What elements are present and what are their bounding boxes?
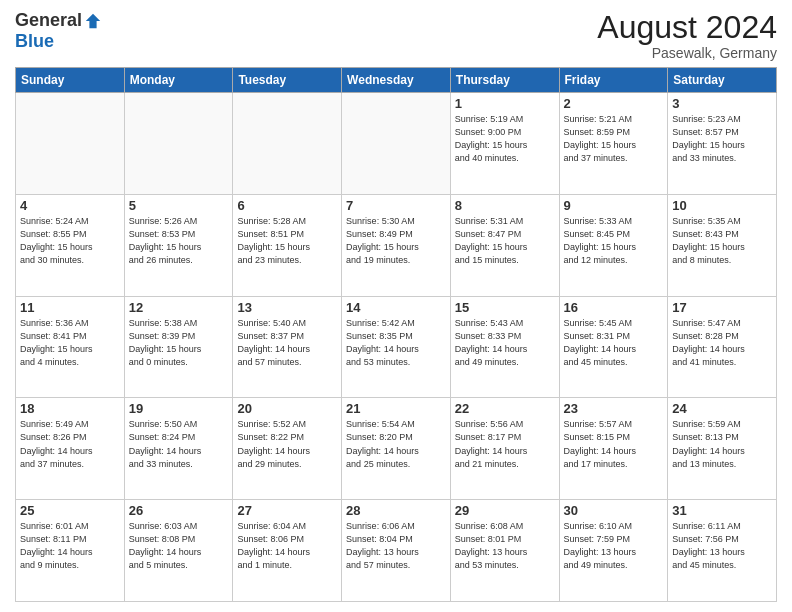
calendar-cell: 19Sunrise: 5:50 AM Sunset: 8:24 PM Dayli… (124, 398, 233, 500)
calendar-cell: 15Sunrise: 5:43 AM Sunset: 8:33 PM Dayli… (450, 296, 559, 398)
day-info: Sunrise: 5:28 AM Sunset: 8:51 PM Dayligh… (237, 215, 337, 267)
calendar-cell: 31Sunrise: 6:11 AM Sunset: 7:56 PM Dayli… (668, 500, 777, 602)
day-info: Sunrise: 5:33 AM Sunset: 8:45 PM Dayligh… (564, 215, 664, 267)
day-info: Sunrise: 6:04 AM Sunset: 8:06 PM Dayligh… (237, 520, 337, 572)
calendar-table: SundayMondayTuesdayWednesdayThursdayFrid… (15, 67, 777, 602)
day-info: Sunrise: 5:30 AM Sunset: 8:49 PM Dayligh… (346, 215, 446, 267)
calendar-cell: 25Sunrise: 6:01 AM Sunset: 8:11 PM Dayli… (16, 500, 125, 602)
day-number: 10 (672, 198, 772, 213)
calendar-cell: 8Sunrise: 5:31 AM Sunset: 8:47 PM Daylig… (450, 194, 559, 296)
day-info: Sunrise: 6:06 AM Sunset: 8:04 PM Dayligh… (346, 520, 446, 572)
calendar-cell: 21Sunrise: 5:54 AM Sunset: 8:20 PM Dayli… (342, 398, 451, 500)
day-number: 31 (672, 503, 772, 518)
day-info: Sunrise: 5:31 AM Sunset: 8:47 PM Dayligh… (455, 215, 555, 267)
logo-general-text: General (15, 10, 82, 31)
calendar-cell (342, 93, 451, 195)
day-number: 13 (237, 300, 337, 315)
subtitle: Pasewalk, Germany (597, 45, 777, 61)
calendar-cell: 27Sunrise: 6:04 AM Sunset: 8:06 PM Dayli… (233, 500, 342, 602)
day-info: Sunrise: 5:40 AM Sunset: 8:37 PM Dayligh… (237, 317, 337, 369)
weekday-wednesday: Wednesday (342, 68, 451, 93)
week-row-4: 18Sunrise: 5:49 AM Sunset: 8:26 PM Dayli… (16, 398, 777, 500)
day-number: 4 (20, 198, 120, 213)
day-info: Sunrise: 5:49 AM Sunset: 8:26 PM Dayligh… (20, 418, 120, 470)
day-info: Sunrise: 6:03 AM Sunset: 8:08 PM Dayligh… (129, 520, 229, 572)
header: General Blue August 2024 Pasewalk, Germa… (15, 10, 777, 61)
calendar-cell: 29Sunrise: 6:08 AM Sunset: 8:01 PM Dayli… (450, 500, 559, 602)
day-number: 20 (237, 401, 337, 416)
day-number: 6 (237, 198, 337, 213)
day-number: 22 (455, 401, 555, 416)
day-number: 9 (564, 198, 664, 213)
day-info: Sunrise: 5:54 AM Sunset: 8:20 PM Dayligh… (346, 418, 446, 470)
day-info: Sunrise: 5:50 AM Sunset: 8:24 PM Dayligh… (129, 418, 229, 470)
calendar-cell: 22Sunrise: 5:56 AM Sunset: 8:17 PM Dayli… (450, 398, 559, 500)
calendar-cell: 30Sunrise: 6:10 AM Sunset: 7:59 PM Dayli… (559, 500, 668, 602)
week-row-3: 11Sunrise: 5:36 AM Sunset: 8:41 PM Dayli… (16, 296, 777, 398)
calendar-cell: 1Sunrise: 5:19 AM Sunset: 9:00 PM Daylig… (450, 93, 559, 195)
day-info: Sunrise: 5:26 AM Sunset: 8:53 PM Dayligh… (129, 215, 229, 267)
calendar-cell: 7Sunrise: 5:30 AM Sunset: 8:49 PM Daylig… (342, 194, 451, 296)
logo-blue-text: Blue (15, 31, 54, 52)
day-number: 30 (564, 503, 664, 518)
week-row-2: 4Sunrise: 5:24 AM Sunset: 8:55 PM Daylig… (16, 194, 777, 296)
day-number: 2 (564, 96, 664, 111)
day-info: Sunrise: 5:43 AM Sunset: 8:33 PM Dayligh… (455, 317, 555, 369)
day-info: Sunrise: 5:45 AM Sunset: 8:31 PM Dayligh… (564, 317, 664, 369)
calendar-cell: 23Sunrise: 5:57 AM Sunset: 8:15 PM Dayli… (559, 398, 668, 500)
calendar-cell: 13Sunrise: 5:40 AM Sunset: 8:37 PM Dayli… (233, 296, 342, 398)
day-info: Sunrise: 5:19 AM Sunset: 9:00 PM Dayligh… (455, 113, 555, 165)
day-number: 21 (346, 401, 446, 416)
day-number: 16 (564, 300, 664, 315)
weekday-sunday: Sunday (16, 68, 125, 93)
day-number: 1 (455, 96, 555, 111)
day-info: Sunrise: 5:21 AM Sunset: 8:59 PM Dayligh… (564, 113, 664, 165)
calendar-cell: 2Sunrise: 5:21 AM Sunset: 8:59 PM Daylig… (559, 93, 668, 195)
day-number: 8 (455, 198, 555, 213)
day-number: 7 (346, 198, 446, 213)
svg-marker-0 (86, 13, 100, 27)
calendar-cell (16, 93, 125, 195)
day-info: Sunrise: 6:10 AM Sunset: 7:59 PM Dayligh… (564, 520, 664, 572)
page: General Blue August 2024 Pasewalk, Germa… (0, 0, 792, 612)
day-info: Sunrise: 5:24 AM Sunset: 8:55 PM Dayligh… (20, 215, 120, 267)
weekday-thursday: Thursday (450, 68, 559, 93)
weekday-saturday: Saturday (668, 68, 777, 93)
day-info: Sunrise: 6:01 AM Sunset: 8:11 PM Dayligh… (20, 520, 120, 572)
day-number: 26 (129, 503, 229, 518)
day-number: 27 (237, 503, 337, 518)
day-number: 23 (564, 401, 664, 416)
calendar-cell (233, 93, 342, 195)
calendar-cell: 26Sunrise: 6:03 AM Sunset: 8:08 PM Dayli… (124, 500, 233, 602)
week-row-1: 1Sunrise: 5:19 AM Sunset: 9:00 PM Daylig… (16, 93, 777, 195)
day-info: Sunrise: 5:42 AM Sunset: 8:35 PM Dayligh… (346, 317, 446, 369)
day-info: Sunrise: 5:35 AM Sunset: 8:43 PM Dayligh… (672, 215, 772, 267)
day-number: 15 (455, 300, 555, 315)
title-block: August 2024 Pasewalk, Germany (597, 10, 777, 61)
calendar-cell: 9Sunrise: 5:33 AM Sunset: 8:45 PM Daylig… (559, 194, 668, 296)
weekday-tuesday: Tuesday (233, 68, 342, 93)
day-number: 17 (672, 300, 772, 315)
day-number: 3 (672, 96, 772, 111)
day-info: Sunrise: 5:47 AM Sunset: 8:28 PM Dayligh… (672, 317, 772, 369)
day-info: Sunrise: 5:56 AM Sunset: 8:17 PM Dayligh… (455, 418, 555, 470)
day-info: Sunrise: 5:38 AM Sunset: 8:39 PM Dayligh… (129, 317, 229, 369)
calendar-cell: 24Sunrise: 5:59 AM Sunset: 8:13 PM Dayli… (668, 398, 777, 500)
calendar-cell: 18Sunrise: 5:49 AM Sunset: 8:26 PM Dayli… (16, 398, 125, 500)
calendar-cell: 16Sunrise: 5:45 AM Sunset: 8:31 PM Dayli… (559, 296, 668, 398)
weekday-friday: Friday (559, 68, 668, 93)
calendar-cell: 11Sunrise: 5:36 AM Sunset: 8:41 PM Dayli… (16, 296, 125, 398)
day-number: 5 (129, 198, 229, 213)
week-row-5: 25Sunrise: 6:01 AM Sunset: 8:11 PM Dayli… (16, 500, 777, 602)
day-info: Sunrise: 5:52 AM Sunset: 8:22 PM Dayligh… (237, 418, 337, 470)
main-title: August 2024 (597, 10, 777, 45)
weekday-monday: Monday (124, 68, 233, 93)
day-number: 18 (20, 401, 120, 416)
day-number: 29 (455, 503, 555, 518)
day-info: Sunrise: 6:08 AM Sunset: 8:01 PM Dayligh… (455, 520, 555, 572)
calendar-cell: 14Sunrise: 5:42 AM Sunset: 8:35 PM Dayli… (342, 296, 451, 398)
logo-icon (84, 12, 102, 30)
calendar-cell: 17Sunrise: 5:47 AM Sunset: 8:28 PM Dayli… (668, 296, 777, 398)
calendar-cell: 28Sunrise: 6:06 AM Sunset: 8:04 PM Dayli… (342, 500, 451, 602)
day-info: Sunrise: 5:57 AM Sunset: 8:15 PM Dayligh… (564, 418, 664, 470)
